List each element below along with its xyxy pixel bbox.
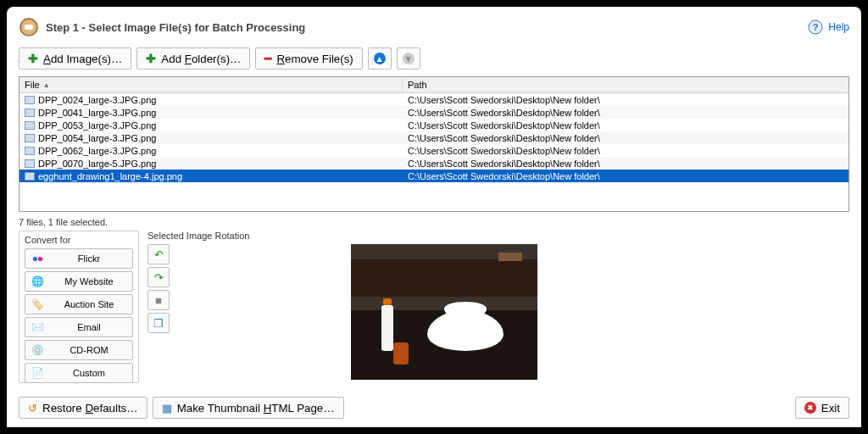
plus-icon: ✚ [28,52,38,65]
image-file-icon [25,159,35,168]
help-label: Help [828,21,849,33]
grid-body: DPP_0024_large-3.JPG.pngC:\Users\Scott S… [19,93,849,182]
image-file-icon [25,172,35,181]
copy-icon: ❐ [153,317,164,330]
image-preview [351,244,537,380]
cell-path: C:\Users\Scott Swedorski\Desktop\New fol… [403,133,849,143]
table-row[interactable]: DPP_0041_large-3.JPG.pngC:\Users\Scott S… [19,106,849,119]
image-file-icon [25,147,35,155]
flickr-icon [31,252,44,265]
toolbar: ✚ Add Image(s)… ✚ Add Folder(s)… ━ Remov… [19,47,849,70]
close-icon: ✖ [804,402,816,414]
rotate-left-icon: ↶ [154,248,164,261]
file-name: DPP_0041_large-3.JPG.png [38,108,156,118]
file-name: egghunt_drawing1_large-4.jpg.png [38,171,182,181]
image-file-icon [25,96,35,104]
file-grid[interactable]: File ▲ Path DPP_0024_large-3.JPG.pngC:\U… [19,76,849,212]
convert-auction-button[interactable]: 🏷️ Auction Site [25,294,133,314]
cell-file: DPP_0041_large-3.JPG.png [19,108,403,118]
status-text: 7 files, 1 file selected. [19,217,849,227]
rotate-stop-button[interactable]: ■ [147,290,170,310]
convert-cdrom-button[interactable]: 💿 CD-ROM [25,340,133,360]
rotation-panel: Selected Image Rotation ↶ ↷ ■ ❐ [147,231,849,383]
add-image-label-rest: dd Image(s)… [51,53,122,65]
help-link[interactable]: ? Help [808,19,849,35]
arrow-up-icon: ▲ [374,53,386,64]
cell-path: C:\Users\Scott Swedorski\Desktop\New fol… [403,171,849,181]
restore-defaults-button[interactable]: ↺ Restore Defaults… [19,397,147,419]
tag-icon: 🏷️ [31,298,44,311]
main-window: Step 1 - Select Image File(s) for Batch … [7,7,861,427]
exit-button[interactable]: ✖ Exit [795,397,849,419]
move-down-button[interactable]: ▼ [397,47,420,70]
cell-file: egghunt_drawing1_large-4.jpg.png [19,171,403,181]
header-left: Step 1 - Select Image File(s) for Batch … [19,17,305,37]
cell-file: DPP_0024_large-3.JPG.png [19,95,403,105]
table-row[interactable]: DPP_0054_large-3.JPG.pngC:\Users\Scott S… [19,131,849,144]
rotate-right-icon: ↷ [154,271,164,284]
table-row[interactable]: DPP_0062_large-3.JPG.pngC:\Users\Scott S… [19,144,849,157]
cell-path: C:\Users\Scott Swedorski\Desktop\New fol… [403,120,849,131]
col-header-file[interactable]: File ▲ [19,77,403,92]
convert-email-button[interactable]: ✉️ Email [25,317,133,337]
convert-custom-button[interactable]: 📄 Custom [25,363,133,383]
sort-indicator-icon: ▲ [43,81,50,89]
globe-icon: 🌐 [31,275,44,288]
table-row[interactable]: DPP_0070_large-5.JPG.pngC:\Users\Scott S… [19,157,849,170]
file-name: DPP_0024_large-3.JPG.png [38,95,156,105]
table-row[interactable]: egghunt_drawing1_large-4.jpg.pngC:\Users… [19,170,849,182]
file-name: DPP_0070_large-5.JPG.png [38,159,156,169]
convert-flickr-button[interactable]: Flickr [25,248,133,269]
rotation-buttons: ↶ ↷ ■ ❐ [147,244,171,333]
col-header-path[interactable]: Path [403,77,849,92]
cell-path: C:\Users\Scott Swedorski\Desktop\New fol… [403,108,849,118]
convert-panel: Convert for Flickr 🌐 My Website 🏷️ Aucti… [19,231,139,383]
add-folder-button[interactable]: ✚ Add Folder(s)… [136,47,250,70]
grid-icon: ▦ [162,402,172,415]
refresh-icon: ↺ [28,402,37,415]
rotate-left-button[interactable]: ↶ [147,244,170,264]
convert-label: Convert for [25,235,133,245]
lower-panels: Convert for Flickr 🌐 My Website 🏷️ Aucti… [19,231,849,383]
cell-path: C:\Users\Scott Swedorski\Desktop\New fol… [403,159,849,169]
rotate-copy-button[interactable]: ❐ [147,313,170,333]
document-icon: 📄 [31,366,44,380]
file-name: DPP_0062_large-3.JPG.png [38,146,156,156]
image-file-icon [25,121,35,130]
make-thumbnail-button[interactable]: ▦ Make Thumbnail HTML Page… [153,397,344,419]
file-name: DPP_0054_large-3.JPG.png [38,133,156,143]
image-file-icon [25,108,35,117]
minus-icon: ━ [264,52,271,65]
rotate-right-button[interactable]: ↷ [147,267,170,287]
table-row[interactable]: DPP_0053_large-3.JPG.pngC:\Users\Scott S… [19,119,849,131]
svg-rect-1 [25,25,33,30]
image-file-icon [25,134,35,142]
stop-icon: ■ [155,294,162,307]
app-icon [19,17,39,37]
file-name: DPP_0053_large-3.JPG.png [38,120,156,131]
cell-file: DPP_0053_large-3.JPG.png [19,120,403,131]
footer: ↺ Restore Defaults… ▦ Make Thumbnail HTM… [19,397,849,419]
disc-icon: 💿 [31,343,44,357]
plus-icon: ✚ [146,52,156,65]
header: Step 1 - Select Image File(s) for Batch … [19,17,849,37]
arrow-down-icon: ▼ [403,53,415,64]
table-row[interactable]: DPP_0024_large-3.JPG.pngC:\Users\Scott S… [19,93,849,106]
svg-text:?: ? [813,22,819,32]
remove-files-button[interactable]: ━ Remove File(s) [255,47,362,70]
page-title: Step 1 - Select Image File(s) for Batch … [46,21,305,34]
envelope-icon: ✉️ [31,320,44,334]
cell-path: C:\Users\Scott Swedorski\Desktop\New fol… [403,95,849,105]
convert-website-button[interactable]: 🌐 My Website [25,271,133,292]
cell-file: DPP_0054_large-3.JPG.png [19,133,403,143]
cell-file: DPP_0070_large-5.JPG.png [19,159,403,169]
add-image-button[interactable]: ✚ Add Image(s)… [19,47,131,70]
move-up-button[interactable]: ▲ [368,47,392,70]
cell-path: C:\Users\Scott Swedorski\Desktop\New fol… [403,146,849,156]
cell-file: DPP_0062_large-3.JPG.png [19,146,403,156]
grid-header: File ▲ Path [19,77,849,93]
rotation-label: Selected Image Rotation [147,231,849,241]
